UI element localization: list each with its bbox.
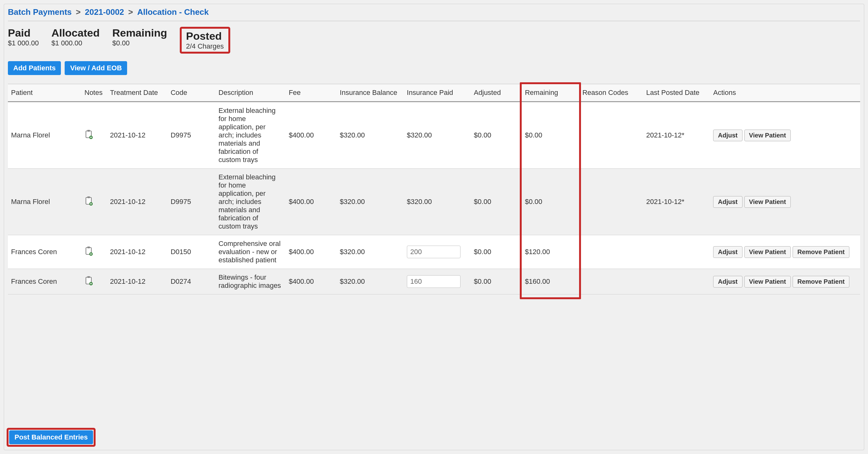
cell-actions: AdjustView PatientRemove Patient	[710, 235, 860, 269]
svg-rect-10	[87, 276, 90, 278]
insurance-paid-input[interactable]	[407, 275, 461, 288]
th-last-posted[interactable]: Last Posted Date	[643, 84, 710, 102]
table-row: Frances Coren2021-10-12D0274Bitewings - …	[8, 269, 860, 294]
th-reason-codes[interactable]: Reason Codes	[579, 84, 643, 102]
adjust-button[interactable]: Adjust	[713, 196, 742, 208]
summary-row: Paid $1 000.00 Allocated $1 000.00 Remai…	[8, 27, 860, 54]
cell-description: Comprehensive oral evaluation - new or e…	[215, 235, 286, 269]
cell-insurance-balance: $320.00	[337, 102, 404, 169]
cell-treatment-date: 2021-10-12	[107, 269, 167, 294]
notes-clipboard-plus-icon[interactable]	[85, 130, 93, 139]
summary-remaining-value: $0.00	[112, 39, 167, 47]
remove-patient-button[interactable]: Remove Patient	[793, 276, 849, 288]
post-balanced-entries-button[interactable]: Post Balanced Entries	[9, 430, 93, 444]
cell-notes	[82, 102, 107, 169]
cell-actions: AdjustView Patient	[710, 102, 860, 169]
view-patient-button[interactable]: View Patient	[744, 276, 791, 288]
view-patient-button[interactable]: View Patient	[744, 246, 791, 258]
charges-table: Patient Notes Treatment Date Code Descri…	[8, 84, 860, 294]
cell-code: D9975	[167, 102, 215, 169]
th-adjusted[interactable]: Adjusted	[471, 84, 522, 102]
cell-remaining: $160.00	[522, 269, 579, 294]
th-description[interactable]: Description	[215, 84, 286, 102]
cell-treatment-date: 2021-10-12	[107, 102, 167, 169]
cell-code: D0274	[167, 269, 215, 294]
cell-code: D9975	[167, 169, 215, 235]
summary-posted: Posted 2/4 Charges	[180, 27, 230, 54]
breadcrumb-current: Allocation - Check	[137, 7, 209, 17]
view-patient-button[interactable]: View Patient	[744, 196, 791, 208]
svg-rect-7	[87, 247, 90, 248]
cell-remaining: $0.00	[522, 102, 579, 169]
cell-treatment-date: 2021-10-12	[107, 169, 167, 235]
cell-patient: Marna Florel	[8, 169, 82, 235]
adjust-button[interactable]: Adjust	[713, 246, 742, 258]
cell-adjusted: $0.00	[471, 269, 522, 294]
th-remaining[interactable]: Remaining	[522, 84, 579, 102]
cell-insurance-balance: $320.00	[337, 169, 404, 235]
view-patient-button[interactable]: View Patient	[744, 130, 791, 141]
summary-allocated-label: Allocated	[52, 27, 100, 39]
insurance-paid-input[interactable]	[407, 246, 461, 258]
summary-remaining-label: Remaining	[112, 27, 167, 39]
view-add-eob-button[interactable]: View / Add EOB	[65, 61, 127, 75]
svg-rect-4	[87, 196, 90, 198]
adjust-button[interactable]: Adjust	[713, 130, 742, 141]
summary-remaining: Remaining $0.00	[112, 27, 167, 54]
cell-last-posted: 2021-10-12*	[643, 169, 710, 235]
summary-paid-value: $1 000.00	[8, 39, 39, 47]
th-fee[interactable]: Fee	[285, 84, 337, 102]
cell-actions: AdjustView Patient	[710, 169, 860, 235]
add-patients-button[interactable]: Add Patients	[8, 61, 61, 75]
th-notes[interactable]: Notes	[82, 84, 107, 102]
table-row: Marna Florel2021-10-12D9975External blea…	[8, 169, 860, 235]
summary-posted-value: 2/4 Charges	[186, 42, 224, 51]
cell-insurance-paid: $320.00	[404, 102, 471, 169]
cell-fee: $400.00	[285, 169, 337, 235]
cell-insurance-balance: $320.00	[337, 235, 404, 269]
notes-clipboard-plus-icon[interactable]	[85, 276, 93, 285]
cell-reason-codes	[579, 235, 643, 269]
summary-allocated-value: $1 000.00	[52, 39, 100, 47]
th-insurance-balance[interactable]: Insurance Balance	[337, 84, 404, 102]
cell-adjusted: $0.00	[471, 169, 522, 235]
summary-paid-label: Paid	[8, 27, 39, 39]
cell-patient: Frances Coren	[8, 269, 82, 294]
notes-clipboard-plus-icon[interactable]	[85, 196, 93, 205]
summary-paid: Paid $1 000.00	[8, 27, 39, 54]
table-row: Frances Coren2021-10-12D0150Comprehensiv…	[8, 235, 860, 269]
th-patient[interactable]: Patient	[8, 84, 82, 102]
cell-remaining: $120.00	[522, 235, 579, 269]
cell-description: Bitewings - four radiographic images	[215, 269, 286, 294]
th-treatment-date[interactable]: Treatment Date	[107, 84, 167, 102]
cell-insurance-balance: $320.00	[337, 269, 404, 294]
cell-remaining: $0.00	[522, 169, 579, 235]
th-insurance-paid[interactable]: Insurance Paid	[404, 84, 471, 102]
th-actions: Actions	[710, 84, 860, 102]
cell-description: External bleaching for home application,…	[215, 169, 286, 235]
remove-patient-button[interactable]: Remove Patient	[793, 246, 849, 258]
cell-description: External bleaching for home application,…	[215, 102, 286, 169]
breadcrumb: Batch Payments > 2021-0002 > Allocation …	[8, 7, 860, 19]
th-code[interactable]: Code	[167, 84, 215, 102]
breadcrumb-mid[interactable]: 2021-0002	[85, 7, 124, 17]
adjust-button[interactable]: Adjust	[713, 276, 742, 288]
notes-clipboard-plus-icon[interactable]	[85, 246, 93, 256]
cell-fee: $400.00	[285, 269, 337, 294]
cell-insurance-paid: $320.00	[404, 169, 471, 235]
cell-treatment-date: 2021-10-12	[107, 235, 167, 269]
cell-fee: $400.00	[285, 235, 337, 269]
cell-reason-codes	[579, 102, 643, 169]
cell-last-posted	[643, 235, 710, 269]
cell-adjusted: $0.00	[471, 102, 522, 169]
post-balanced-highlight: Post Balanced Entries	[7, 428, 96, 447]
cell-reason-codes	[579, 169, 643, 235]
summary-allocated: Allocated $1 000.00	[52, 27, 100, 54]
cell-notes	[82, 269, 107, 294]
cell-notes	[82, 235, 107, 269]
breadcrumb-root[interactable]: Batch Payments	[8, 7, 71, 17]
cell-patient: Frances Coren	[8, 235, 82, 269]
cell-actions: AdjustView PatientRemove Patient	[710, 269, 860, 294]
cell-code: D0150	[167, 235, 215, 269]
cell-last-posted: 2021-10-12*	[643, 102, 710, 169]
